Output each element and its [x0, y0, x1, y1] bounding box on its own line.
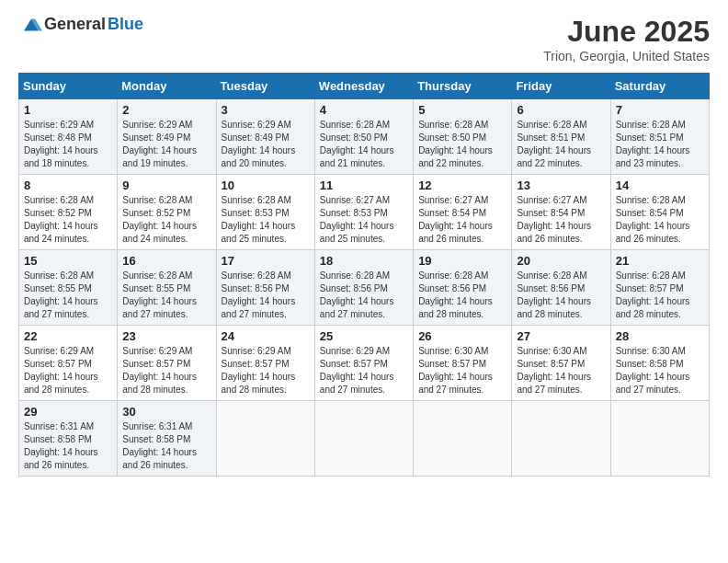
day-info: Sunrise: 6:29 AM Sunset: 8:57 PM Dayligh…	[222, 345, 310, 396]
day-number: 4	[320, 103, 408, 117]
day-number: 3	[222, 103, 310, 117]
day-number: 17	[222, 254, 310, 268]
day-info: Sunrise: 6:27 AM Sunset: 8:54 PM Dayligh…	[418, 194, 506, 246]
calendar-week-row: 15Sunrise: 6:28 AM Sunset: 8:55 PM Dayli…	[19, 250, 710, 326]
calendar-day-cell: 26Sunrise: 6:30 AM Sunset: 8:57 PM Dayli…	[414, 326, 512, 401]
day-info: Sunrise: 6:28 AM Sunset: 8:57 PM Dayligh…	[616, 270, 704, 321]
calendar-header-cell: Saturday	[610, 74, 709, 99]
day-number: 19	[418, 254, 506, 268]
header: General Blue June 2025 Trion, Georgia, U…	[18, 15, 710, 63]
calendar-day-cell: 24Sunrise: 6:29 AM Sunset: 8:57 PM Dayli…	[216, 326, 314, 401]
day-info: Sunrise: 6:28 AM Sunset: 8:55 PM Dayligh…	[24, 270, 112, 321]
calendar-header-cell: Tuesday	[216, 74, 314, 99]
day-number: 8	[24, 178, 112, 192]
calendar-body: 1Sunrise: 6:29 AM Sunset: 8:48 PM Daylig…	[19, 99, 710, 477]
calendar-header-cell: Wednesday	[314, 74, 413, 99]
day-info: Sunrise: 6:28 AM Sunset: 8:56 PM Dayligh…	[517, 270, 605, 321]
day-info: Sunrise: 6:28 AM Sunset: 8:50 PM Dayligh…	[320, 119, 408, 170]
day-info: Sunrise: 6:29 AM Sunset: 8:49 PM Dayligh…	[222, 119, 310, 170]
calendar-day-cell	[414, 401, 512, 477]
logo-icon	[20, 16, 42, 34]
calendar-day-cell: 12Sunrise: 6:27 AM Sunset: 8:54 PM Dayli…	[414, 175, 512, 250]
day-number: 28	[616, 329, 704, 343]
calendar-header-cell: Friday	[512, 74, 610, 99]
day-info: Sunrise: 6:29 AM Sunset: 8:57 PM Dayligh…	[122, 345, 210, 396]
day-info: Sunrise: 6:30 AM Sunset: 8:57 PM Dayligh…	[517, 345, 605, 396]
day-number: 25	[320, 329, 408, 343]
calendar-day-cell: 1Sunrise: 6:29 AM Sunset: 8:48 PM Daylig…	[19, 99, 118, 175]
day-number: 2	[122, 103, 210, 117]
calendar-day-cell: 14Sunrise: 6:28 AM Sunset: 8:54 PM Dayli…	[610, 175, 709, 250]
day-number: 10	[222, 178, 310, 192]
calendar-day-cell	[610, 401, 709, 477]
calendar-day-cell: 7Sunrise: 6:28 AM Sunset: 8:51 PM Daylig…	[610, 99, 709, 175]
calendar-day-cell: 23Sunrise: 6:29 AM Sunset: 8:57 PM Dayli…	[118, 326, 216, 401]
day-number: 27	[517, 329, 605, 343]
day-number: 21	[616, 254, 704, 268]
day-number: 24	[222, 329, 310, 343]
calendar-day-cell	[314, 401, 413, 477]
logo-blue-text: Blue	[108, 15, 143, 34]
calendar-day-cell: 9Sunrise: 6:28 AM Sunset: 8:52 PM Daylig…	[118, 175, 216, 250]
day-number: 15	[24, 254, 112, 268]
calendar-header-cell: Sunday	[19, 74, 118, 99]
day-number: 7	[616, 103, 704, 117]
day-number: 18	[320, 254, 408, 268]
day-info: Sunrise: 6:28 AM Sunset: 8:56 PM Dayligh…	[418, 270, 506, 321]
calendar-header-cell: Thursday	[414, 74, 512, 99]
day-info: Sunrise: 6:29 AM Sunset: 8:57 PM Dayligh…	[320, 345, 408, 396]
day-info: Sunrise: 6:28 AM Sunset: 8:51 PM Dayligh…	[517, 119, 605, 170]
day-number: 23	[122, 329, 210, 343]
day-number: 22	[24, 329, 112, 343]
calendar: SundayMondayTuesdayWednesdayThursdayFrid…	[18, 73, 710, 477]
calendar-day-cell: 4Sunrise: 6:28 AM Sunset: 8:50 PM Daylig…	[314, 99, 413, 175]
day-number: 14	[616, 178, 704, 192]
day-number: 26	[418, 329, 506, 343]
calendar-day-cell: 21Sunrise: 6:28 AM Sunset: 8:57 PM Dayli…	[610, 250, 709, 326]
day-info: Sunrise: 6:28 AM Sunset: 8:56 PM Dayligh…	[222, 270, 310, 321]
calendar-day-cell: 17Sunrise: 6:28 AM Sunset: 8:56 PM Dayli…	[216, 250, 314, 326]
calendar-day-cell: 10Sunrise: 6:28 AM Sunset: 8:53 PM Dayli…	[216, 175, 314, 250]
calendar-day-cell: 18Sunrise: 6:28 AM Sunset: 8:56 PM Dayli…	[314, 250, 413, 326]
calendar-day-cell: 19Sunrise: 6:28 AM Sunset: 8:56 PM Dayli…	[414, 250, 512, 326]
day-info: Sunrise: 6:29 AM Sunset: 8:57 PM Dayligh…	[24, 345, 112, 396]
calendar-week-row: 22Sunrise: 6:29 AM Sunset: 8:57 PM Dayli…	[19, 326, 710, 401]
calendar-week-row: 8Sunrise: 6:28 AM Sunset: 8:52 PM Daylig…	[19, 175, 710, 250]
day-info: Sunrise: 6:28 AM Sunset: 8:50 PM Dayligh…	[418, 119, 506, 170]
title-area: June 2025 Trion, Georgia, United States	[543, 15, 710, 63]
calendar-day-cell: 27Sunrise: 6:30 AM Sunset: 8:57 PM Dayli…	[512, 326, 610, 401]
day-number: 6	[517, 103, 605, 117]
location-title: Trion, Georgia, United States	[543, 49, 710, 63]
calendar-day-cell: 16Sunrise: 6:28 AM Sunset: 8:55 PM Dayli…	[118, 250, 216, 326]
day-info: Sunrise: 6:30 AM Sunset: 8:57 PM Dayligh…	[418, 345, 506, 396]
calendar-header-cell: Monday	[118, 74, 216, 99]
day-info: Sunrise: 6:28 AM Sunset: 8:53 PM Dayligh…	[222, 194, 310, 246]
calendar-week-row: 1Sunrise: 6:29 AM Sunset: 8:48 PM Daylig…	[19, 99, 710, 175]
day-info: Sunrise: 6:28 AM Sunset: 8:55 PM Dayligh…	[122, 270, 210, 321]
day-info: Sunrise: 6:30 AM Sunset: 8:58 PM Dayligh…	[616, 345, 704, 396]
day-info: Sunrise: 6:28 AM Sunset: 8:52 PM Dayligh…	[122, 194, 210, 246]
calendar-day-cell: 25Sunrise: 6:29 AM Sunset: 8:57 PM Dayli…	[314, 326, 413, 401]
day-number: 1	[24, 103, 112, 117]
month-title: June 2025	[543, 15, 710, 49]
day-info: Sunrise: 6:31 AM Sunset: 8:58 PM Dayligh…	[122, 420, 210, 472]
calendar-day-cell: 28Sunrise: 6:30 AM Sunset: 8:58 PM Dayli…	[610, 326, 709, 401]
day-number: 20	[517, 254, 605, 268]
calendar-day-cell: 13Sunrise: 6:27 AM Sunset: 8:54 PM Dayli…	[512, 175, 610, 250]
calendar-day-cell: 15Sunrise: 6:28 AM Sunset: 8:55 PM Dayli…	[19, 250, 118, 326]
calendar-day-cell: 2Sunrise: 6:29 AM Sunset: 8:49 PM Daylig…	[118, 99, 216, 175]
logo: General Blue	[18, 15, 143, 34]
calendar-day-cell: 29Sunrise: 6:31 AM Sunset: 8:58 PM Dayli…	[19, 401, 118, 477]
calendar-day-cell: 5Sunrise: 6:28 AM Sunset: 8:50 PM Daylig…	[414, 99, 512, 175]
day-info: Sunrise: 6:27 AM Sunset: 8:53 PM Dayligh…	[320, 194, 408, 246]
day-info: Sunrise: 6:29 AM Sunset: 8:48 PM Dayligh…	[24, 119, 112, 170]
calendar-day-cell: 30Sunrise: 6:31 AM Sunset: 8:58 PM Dayli…	[118, 401, 216, 477]
calendar-day-cell: 8Sunrise: 6:28 AM Sunset: 8:52 PM Daylig…	[19, 175, 118, 250]
day-info: Sunrise: 6:28 AM Sunset: 8:56 PM Dayligh…	[320, 270, 408, 321]
day-number: 5	[418, 103, 506, 117]
day-number: 9	[122, 178, 210, 192]
calendar-day-cell	[216, 401, 314, 477]
day-info: Sunrise: 6:27 AM Sunset: 8:54 PM Dayligh…	[517, 194, 605, 246]
day-number: 30	[122, 405, 210, 419]
day-number: 29	[24, 405, 112, 419]
